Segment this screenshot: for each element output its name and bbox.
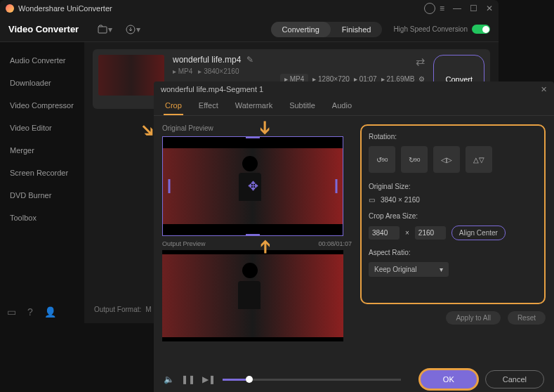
output-format-value: M — [145, 306, 151, 313]
convert-tabs: Converting Finished — [271, 22, 383, 37]
dialog-close-icon[interactable]: ✕ — [541, 85, 547, 94]
playback-slider[interactable] — [223, 379, 401, 381]
timecode: 00:08/01:07 — [318, 240, 352, 247]
add-download-icon[interactable]: ▾ — [125, 24, 140, 35]
reset-button[interactable]: Reset — [508, 311, 546, 325]
sidebar-item-audio-converter[interactable]: Audio Converter — [0, 49, 84, 72]
tab-finished[interactable]: Finished — [331, 22, 383, 37]
callout-arrow-icon: ➔ — [254, 239, 276, 254]
svg-rect-0 — [98, 27, 107, 33]
apply-to-all-button[interactable]: Apply to All — [446, 311, 500, 325]
callout-arrow-icon: ➔ — [254, 120, 276, 136]
editor-dialog: wonderful life.mp4-Segment 1 ✕ Crop Effe… — [154, 81, 554, 392]
aspect-ratio-select[interactable]: Keep Original▾ — [369, 262, 449, 277]
tab-crop[interactable]: Crop — [164, 97, 183, 115]
crop-height-input[interactable] — [415, 226, 446, 240]
rotation-label: Rotation: — [369, 133, 537, 141]
flip-v-button[interactable]: △▽ — [466, 146, 492, 173]
sidebar-item-dvd-burner[interactable]: DVD Burner — [0, 184, 84, 207]
close-icon[interactable]: ✕ — [486, 4, 493, 13]
sidebar: Audio Converter Downloader Video Compres… — [0, 42, 84, 323]
edit-name-icon[interactable]: ✎ — [246, 55, 253, 65]
rotate-ccw-button[interactable]: ↺90 — [369, 146, 395, 173]
maximize-icon[interactable]: ☐ — [470, 4, 477, 13]
sidebar-item-video-compressor[interactable]: Video Compressor — [0, 94, 84, 117]
section-title: Video Converter — [8, 24, 79, 34]
tab-watermark[interactable]: Watermark — [234, 97, 274, 115]
original-size-value: 3840 × 2160 — [381, 196, 420, 204]
editor-tabs: Crop Effect Watermark Subtitle Audio — [154, 97, 554, 116]
sidebar-item-video-editor[interactable]: Video Editor — [0, 117, 84, 139]
app-logo-icon — [6, 4, 14, 13]
move-cursor-icon[interactable]: ✥ — [248, 178, 258, 194]
shuffle-icon[interactable]: ⇄ — [416, 55, 425, 68]
crop-settings-panel: Rotation: ↺90 ↻90 ◁▷ △▽ Original Size: ▭… — [360, 124, 546, 304]
original-size-label: Original Size: — [369, 183, 537, 190]
minimize-icon[interactable]: — — [453, 4, 461, 13]
chevron-down-icon: ▾ — [440, 266, 443, 273]
sidebar-item-toolbox[interactable]: Toolbox — [0, 207, 84, 229]
align-center-button[interactable]: Align Center — [451, 226, 506, 240]
in-format: MP4 — [178, 67, 193, 75]
file-name: wonderful life.mp4 — [173, 55, 241, 65]
output-format-label: Output Format: — [94, 306, 141, 313]
cancel-button[interactable]: Cancel — [485, 370, 544, 388]
crop-width-input[interactable] — [369, 226, 400, 240]
step-forward-icon[interactable]: ▶❚ — [202, 374, 216, 384]
output-preview-label: Output Preview — [162, 240, 206, 247]
dialog-title: wonderful life.mp4-Segment 1 — [161, 85, 263, 93]
flip-h-button[interactable]: ◁▷ — [433, 146, 460, 173]
aspect-ratio-label: Aspect Ratio: — [369, 249, 537, 256]
menu-icon[interactable]: ≡ — [440, 4, 444, 13]
speed-toggle[interactable] — [472, 25, 490, 34]
rect-icon: ▭ — [369, 196, 375, 204]
rotate-cw-button[interactable]: ↻90 — [401, 146, 428, 173]
book-icon[interactable]: ▭ — [7, 306, 16, 318]
pause-icon[interactable]: ❚❚ — [181, 374, 195, 384]
crop-sep: × — [405, 229, 409, 237]
in-res: 3840×2160 — [204, 67, 239, 75]
help-icon[interactable]: ? — [27, 306, 33, 318]
sidebar-item-downloader[interactable]: Downloader — [0, 72, 84, 94]
sidebar-item-screen-recorder[interactable]: Screen Recorder — [0, 162, 84, 184]
ok-button[interactable]: OK — [421, 370, 477, 388]
tab-effect[interactable]: Effect — [197, 97, 220, 115]
titlebar: Wondershare UniConverter ≡ — ☐ ✕ — [0, 0, 499, 17]
user-icon[interactable]: 👤 — [44, 306, 56, 318]
user-avatar-icon[interactable] — [424, 3, 435, 14]
sidebar-item-merger[interactable]: Merger — [0, 139, 84, 162]
speed-label: High Speed Conversion — [393, 25, 468, 33]
sound-icon[interactable]: 🔈 — [164, 374, 174, 384]
topbar: Video Converter ▾ ▾ Converting Finished … — [0, 17, 499, 42]
app-title: Wondershare UniConverter — [18, 4, 424, 13]
original-preview[interactable]: ✥ — [162, 136, 343, 236]
tab-audio[interactable]: Audio — [331, 97, 353, 115]
crop-area-size-label: Crop Area Size: — [369, 212, 537, 220]
output-preview — [162, 250, 343, 341]
tab-subtitle[interactable]: Subtitle — [288, 97, 317, 115]
tab-converting[interactable]: Converting — [271, 22, 331, 37]
add-file-icon[interactable]: ▾ — [97, 24, 112, 35]
